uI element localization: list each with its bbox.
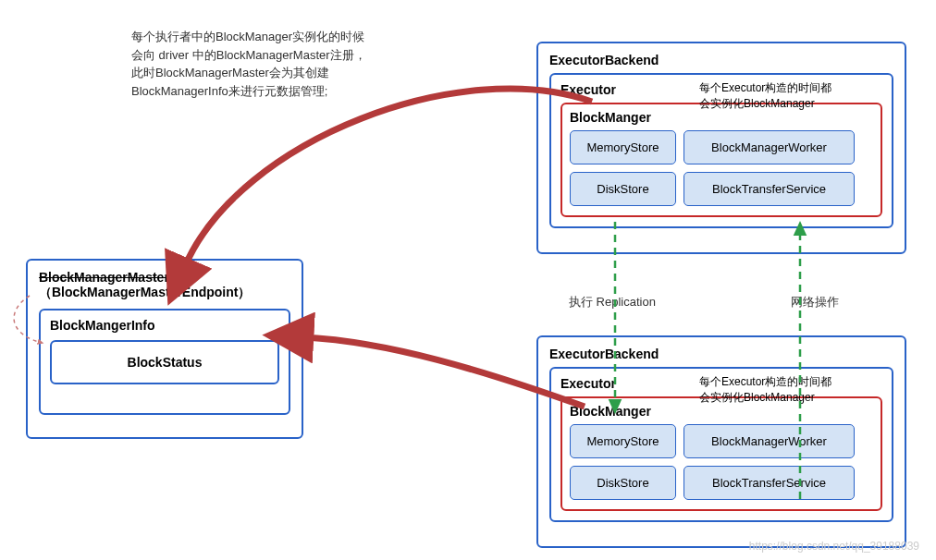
memory-store: MemoryStore (570, 130, 676, 164)
block-transfer-service: BlockTransferService (684, 172, 855, 206)
block-manager-box: BlockManger MemoryStore BlockManagerWork… (560, 103, 882, 217)
disk-store: DiskStore (570, 466, 676, 500)
exec-note-line: 每个Executor构造的时间都 (699, 374, 884, 390)
mid-labels: 执行 Replication 网络操作 (569, 294, 656, 310)
watermark: https://blog.csdn.net/qq_39188039 (749, 540, 919, 553)
replication-label: 执行 Replication (569, 295, 656, 309)
bm-grid: MemoryStore BlockManagerWorker DiskStore… (570, 130, 873, 206)
bm-title: BlockManger (570, 404, 873, 419)
block-manager-worker: BlockManagerWorker (684, 424, 855, 458)
block-manager-box: BlockManger MemoryStore BlockManagerWork… (560, 396, 882, 511)
memory-store: MemoryStore (570, 424, 676, 458)
executor-title-text: Executor (560, 376, 616, 391)
block-transfer-service: BlockTransferService (684, 466, 855, 500)
exec-note-line: 会实例化BlockManager (699, 96, 884, 112)
executor-title: Executor 每个Executor构造的时间都 会实例化BlockManag… (560, 82, 882, 97)
master-title: （BlockManagerMasterEndpoint） (39, 285, 290, 301)
executor-note: 每个Executor构造的时间都 会实例化BlockManager (699, 80, 884, 112)
block-status-box: BlockStatus (50, 340, 279, 384)
executor-title-text: Executor (560, 82, 616, 97)
backend-title: ExecutorBackend (549, 53, 893, 67)
executor-backend-2: ExecutorBackend Executor 每个Executor构造的时间… (536, 335, 906, 548)
executor-title: Executor 每个Executor构造的时间都 会实例化BlockManag… (560, 376, 882, 391)
info-title: BlockMangerInfo (50, 318, 279, 333)
executor-box: Executor 每个Executor构造的时间都 会实例化BlockManag… (549, 367, 893, 522)
backend-title: ExecutorBackend (549, 347, 893, 361)
executor-backend-1: ExecutorBackend Executor 每个Executor构造的时间… (536, 42, 906, 254)
executor-box: Executor 每个Executor构造的时间都 会实例化BlockManag… (549, 73, 893, 228)
note-line: 每个执行者中的BlockManager实例化的时候 (131, 28, 366, 46)
block-manager-info-box: BlockMangerInfo BlockStatus (39, 309, 290, 415)
note-line: BlockManagerInfo来进行元数据管理; (131, 82, 366, 101)
block-manager-master-box: BlockManagerMaster （BlockManagerMasterEn… (26, 259, 303, 439)
bm-title: BlockManger (570, 110, 873, 125)
disk-store: DiskStore (570, 172, 676, 206)
note-line: 此时BlockManagerMaster会为其创建 (131, 64, 366, 82)
exec-note-line: 每个Executor构造的时间都 (699, 80, 884, 96)
executor-note: 每个Executor构造的时间都 会实例化BlockManager (699, 374, 884, 406)
network-label: 网络操作 (791, 294, 865, 310)
note-line: 会向 driver 中的BlockManagerMaster注册， (131, 46, 366, 65)
master-title-strike: BlockManagerMaster (39, 270, 290, 285)
exec-note-line: 会实例化BlockManager (699, 390, 884, 406)
bm-grid: MemoryStore BlockManagerWorker DiskStore… (570, 424, 873, 500)
block-manager-worker: BlockManagerWorker (684, 130, 855, 164)
top-note: 每个执行者中的BlockManager实例化的时候 会向 driver 中的Bl… (131, 28, 366, 100)
